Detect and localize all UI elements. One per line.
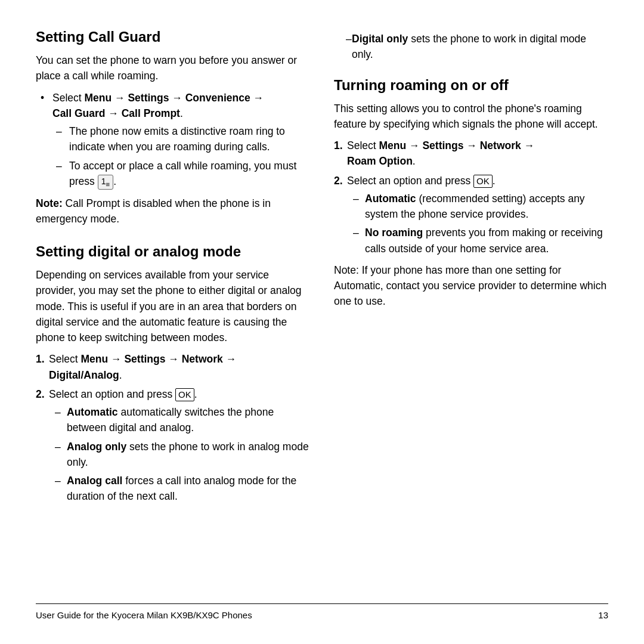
- settings-bold3: Settings: [422, 140, 463, 151]
- network-bold2: Network: [480, 140, 521, 151]
- call-guard-sub-item-2: To accept or place a call while roaming,…: [52, 158, 310, 190]
- sub-analog-only: Analog only sets the phone to work in an…: [49, 439, 310, 470]
- footer: User Guide for the Kyocera Milan KX9B/KX…: [36, 603, 608, 620]
- sub-no-roaming: No roaming prevents you from making or r…: [347, 225, 608, 256]
- sub-roam-automatic: Automatic (recommended setting) accepts …: [347, 191, 608, 222]
- roaming-steps: Select Menu → Settings → Network →Roam O…: [334, 138, 608, 256]
- analog-only-bold: Analog only: [67, 441, 126, 453]
- section-digital-analog: Setting digital or analog mode Depending…: [36, 243, 310, 504]
- step2-roaming-text: Select an option and press OK.: [347, 175, 496, 187]
- menu-bold: Menu: [85, 92, 112, 104]
- heading-call-guard: Setting Call Guard: [36, 29, 310, 45]
- digital-analog-sub-list: Automatic automatically switches the pho…: [49, 404, 310, 504]
- call-guard-sub-item-1: The phone now emits a distinctive roam r…: [52, 123, 310, 155]
- digital-only-list: Digital only sets the phone to work in d…: [340, 31, 608, 63]
- footer-text: User Guide for the Kyocera Milan KX9B/KX…: [36, 610, 252, 620]
- call-guard-bullet-list: Select Menu → Settings → Convenience →Ca…: [36, 90, 310, 190]
- automatic-bold: Automatic: [67, 406, 118, 418]
- step1-roaming: Select Menu → Settings → Network →Roam O…: [334, 138, 608, 169]
- settings-bold: Settings: [128, 92, 169, 104]
- phone-key: 1≡: [98, 175, 114, 190]
- ok-button-1: OK: [175, 388, 194, 401]
- heading-roaming: Turning roaming on or off: [334, 77, 608, 94]
- sub-analog-call: Analog call forces a call into analog mo…: [49, 473, 310, 504]
- section-call-guard: Setting Call Guard You can set the phone…: [36, 29, 310, 227]
- sub2-text: To accept or place a call while roaming,…: [69, 160, 296, 187]
- digital-analog-steps: Select Menu → Settings → Network →Digita…: [36, 351, 310, 504]
- footer-page: 13: [598, 610, 608, 620]
- call-guard-note: Note: Call Prompt is disabled when the p…: [36, 196, 310, 227]
- left-column: Setting Call Guard You can set the phone…: [36, 29, 310, 603]
- callguard-bold: Call Guard: [52, 107, 106, 119]
- roaming-note: Note: If your phone has more than one se…: [334, 262, 608, 309]
- para-roaming-intro: This setting allows you to control the p…: [334, 101, 608, 132]
- content-area: Setting Call Guard You can set the phone…: [36, 29, 608, 603]
- roamoption-bold: Roam Option: [347, 155, 413, 167]
- select-text: Select Menu → Settings → Convenience →Ca…: [52, 92, 264, 119]
- ok-button-2: OK: [473, 175, 493, 188]
- para-call-guard-intro: You can set the phone to warn you before…: [36, 52, 310, 84]
- note-label: Note:: [36, 197, 63, 209]
- convenience-bold: Convenience: [185, 92, 250, 104]
- digitalanalog-bold: Digital/Analog: [49, 369, 119, 381]
- callprompt-bold: Call Prompt: [122, 107, 180, 119]
- call-guard-bullet-item: Select Menu → Settings → Convenience →Ca…: [36, 90, 310, 190]
- step1-text: Select Menu → Settings → Network →Digita…: [49, 353, 236, 380]
- right-column: Digital only sets the phone to work in d…: [334, 29, 608, 603]
- menu-bold3: Menu: [379, 140, 407, 151]
- page: Setting Call Guard You can set the phone…: [0, 0, 644, 644]
- step2-text: Select an option and press OK.: [49, 388, 197, 400]
- settings-bold2: Settings: [124, 353, 165, 365]
- digital-only-item: Digital only sets the phone to work in d…: [340, 31, 608, 63]
- heading-digital-analog: Setting digital or analog mode: [36, 243, 310, 260]
- no-roaming-bold: No roaming: [365, 227, 423, 239]
- roaming-sub-list: Automatic (recommended setting) accepts …: [347, 191, 608, 256]
- step2-digital-analog: Select an option and press OK. Automatic…: [36, 386, 310, 504]
- section-roaming: Turning roaming on or off This setting a…: [334, 77, 608, 309]
- digital-only-bold: Digital only: [352, 33, 408, 45]
- menu-bold2: Menu: [81, 353, 109, 365]
- step2-roaming: Select an option and press OK. Automatic…: [334, 173, 608, 256]
- step1-roaming-text: Select Menu → Settings → Network →Roam O…: [347, 140, 534, 167]
- roam-automatic-bold: Automatic: [365, 193, 416, 205]
- analog-call-bold: Analog call: [67, 475, 122, 487]
- step1-digital-analog: Select Menu → Settings → Network →Digita…: [36, 351, 310, 383]
- network-bold: Network: [182, 353, 223, 365]
- sub-automatic: Automatic automatically switches the pho…: [49, 404, 310, 436]
- call-guard-sub-list: The phone now emits a distinctive roam r…: [52, 123, 310, 190]
- para-digital-analog-intro: Depending on services available from you…: [36, 267, 310, 345]
